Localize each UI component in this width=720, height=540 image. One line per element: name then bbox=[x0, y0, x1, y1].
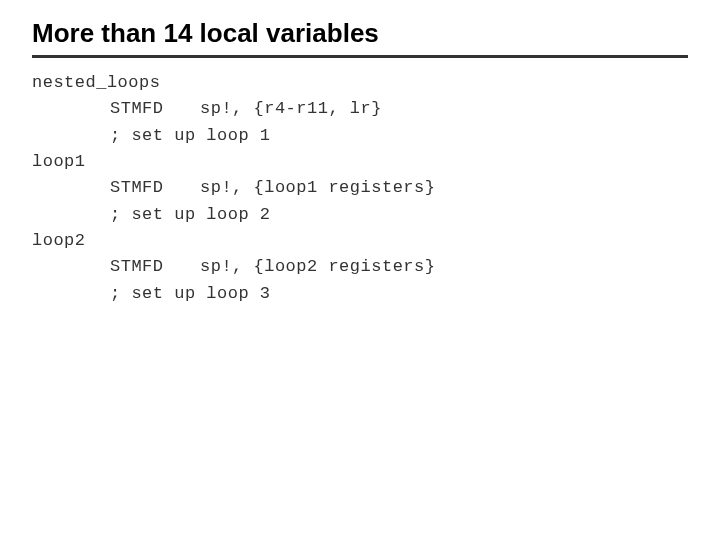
slide-title: More than 14 local variables bbox=[32, 18, 688, 49]
code-line: STMFDsp!, {loop2 registers} bbox=[32, 254, 688, 280]
code-args: sp!, {r4-r11, lr} bbox=[200, 99, 382, 118]
title-divider bbox=[32, 55, 688, 58]
code-line: nested_loops bbox=[32, 70, 688, 96]
code-label: loop1 bbox=[32, 149, 232, 175]
code-line: STMFDsp!, {r4-r11, lr} bbox=[32, 96, 688, 122]
code-comment: ; set up loop 3 bbox=[110, 284, 271, 303]
code-comment: ; set up loop 1 bbox=[110, 126, 271, 145]
code-line: loop1 bbox=[32, 149, 688, 175]
code-op: STMFD bbox=[110, 96, 200, 122]
code-line: ; set up loop 3 bbox=[32, 281, 688, 307]
code-args: sp!, {loop2 registers} bbox=[200, 257, 435, 276]
code-line: loop2 bbox=[32, 228, 688, 254]
code-op: STMFD bbox=[110, 254, 200, 280]
code-args: sp!, {loop1 registers} bbox=[200, 178, 435, 197]
code-label: loop2 bbox=[32, 228, 232, 254]
code-line: STMFDsp!, {loop1 registers} bbox=[32, 175, 688, 201]
code-line: ; set up loop 1 bbox=[32, 123, 688, 149]
code-label: nested_loops bbox=[32, 70, 232, 96]
code-op: STMFD bbox=[110, 175, 200, 201]
code-line: ; set up loop 2 bbox=[32, 202, 688, 228]
code-comment: ; set up loop 2 bbox=[110, 205, 271, 224]
code-block: nested_loopsSTMFDsp!, {r4-r11, lr}; set … bbox=[32, 70, 688, 307]
